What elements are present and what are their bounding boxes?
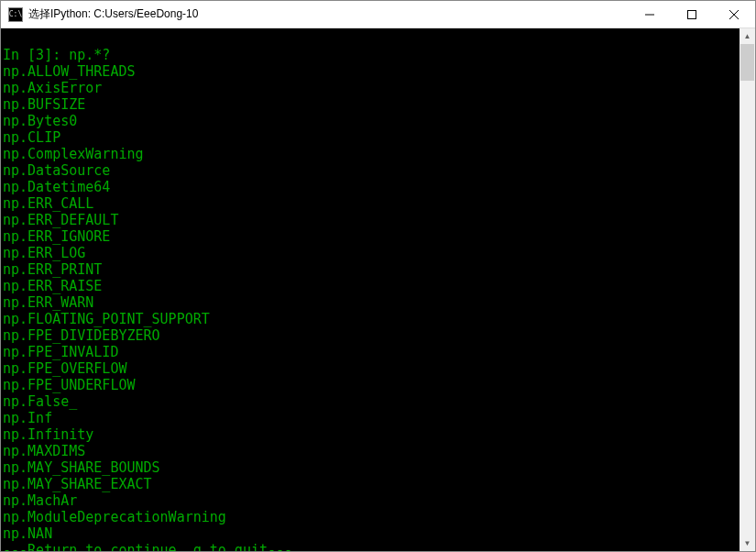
terminal-output-line: np.MachAr <box>3 492 738 509</box>
terminal-output-line: np.MAY_SHARE_EXACT <box>3 476 738 492</box>
app-icon: C:\ <box>8 7 23 22</box>
terminal-output-line: np.False_ <box>3 393 738 410</box>
terminal-output-line: np.ALLOW_THREADS <box>3 63 738 80</box>
terminal-output-line: np.Bytes0 <box>3 113 738 129</box>
scrollbar-thumb[interactable] <box>740 44 754 81</box>
terminal-output-line: np.Datetime64 <box>3 179 738 195</box>
window-title: 选择IPython: C:Users/EeeDong-10 <box>28 6 629 22</box>
terminal-output-line: np.ERR_WARN <box>3 294 738 311</box>
terminal-area: In [3]: np.*?np.ALLOW_THREADSnp.AxisErro… <box>1 28 755 551</box>
terminal-output-line: np.FPE_OVERFLOW <box>3 360 738 377</box>
terminal-output-line: np.FPE_INVALID <box>3 344 738 360</box>
terminal-output-line: np.ERR_PRINT <box>3 261 738 278</box>
scroll-down-button[interactable]: ▼ <box>740 535 755 551</box>
close-button[interactable] <box>713 1 755 28</box>
terminal-output-line: np.FLOATING_POINT_SUPPORT <box>3 311 738 327</box>
terminal-output-line: np.DataSource <box>3 162 738 179</box>
terminal-blank-line <box>3 30 738 47</box>
terminal[interactable]: In [3]: np.*?np.ALLOW_THREADSnp.AxisErro… <box>1 28 740 551</box>
terminal-output-line: np.AxisError <box>3 80 738 96</box>
minimize-button[interactable] <box>629 1 671 28</box>
terminal-output-line: np.MAY_SHARE_BOUNDS <box>3 459 738 476</box>
terminal-output-line: np.ERR_DEFAULT <box>3 212 738 228</box>
terminal-output-line: np.ERR_CALL <box>3 195 738 212</box>
terminal-output-line: np.ERR_LOG <box>3 245 738 261</box>
terminal-output-line: np.NAN <box>3 525 738 542</box>
terminal-output-line: np.ERR_IGNORE <box>3 228 738 245</box>
terminal-output-line: np.FPE_UNDERFLOW <box>3 377 738 393</box>
scroll-up-button[interactable]: ▲ <box>740 28 755 44</box>
terminal-prompt-line: In [3]: np.*? <box>3 47 738 63</box>
terminal-output-line: np.Infinity <box>3 426 738 443</box>
terminal-output-line: np.ComplexWarning <box>3 146 738 162</box>
maximize-button[interactable] <box>671 1 713 28</box>
window-titlebar: C:\ 选择IPython: C:Users/EeeDong-10 <box>1 1 755 28</box>
window-controls <box>629 1 755 28</box>
terminal-output-line: np.ModuleDeprecationWarning <box>3 509 738 525</box>
terminal-output-line: np.FPE_DIVIDEBYZERO <box>3 327 738 344</box>
terminal-output-line: np.BUFSIZE <box>3 96 738 113</box>
terminal-output-line: np.MAXDIMS <box>3 443 738 459</box>
terminal-output-line: np.Inf <box>3 410 738 426</box>
terminal-output-line: np.ERR_RAISE <box>3 278 738 294</box>
vertical-scrollbar[interactable]: ▲ ▼ <box>740 28 755 551</box>
terminal-pager-line: ---Return to continue, q to quit--- <box>3 542 738 551</box>
svg-rect-1 <box>688 10 696 18</box>
terminal-output-line: np.CLIP <box>3 129 738 146</box>
